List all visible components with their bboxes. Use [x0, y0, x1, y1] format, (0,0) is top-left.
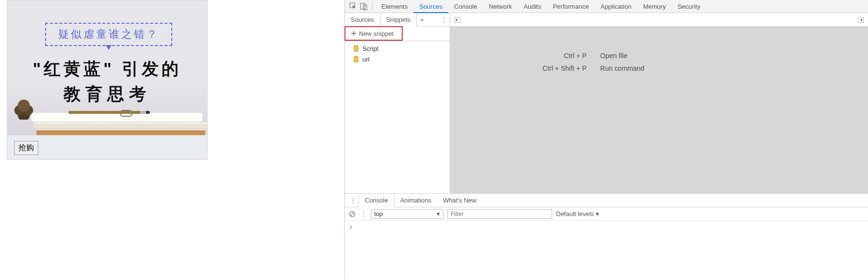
- drawer-kebab-icon[interactable]: ⋮: [348, 197, 358, 204]
- sources-side-tab-sources[interactable]: Sources: [345, 13, 380, 27]
- editor-body: Ctrl + POpen fileCtrl + Shift + PRun com…: [450, 27, 868, 193]
- console-body[interactable]: ›: [345, 221, 868, 279]
- ad-question-text: 疑似虐童谁之错？: [58, 27, 159, 42]
- ad-question-box: 疑似虐童谁之错？: [45, 23, 172, 46]
- snippet-item-label: Script: [362, 45, 378, 52]
- snippet-item[interactable]: url: [345, 54, 450, 64]
- sources-side-tab-snippets[interactable]: Snippets: [380, 13, 417, 27]
- editor-hint-label: Run command: [600, 64, 644, 72]
- ad-footer: 抢购: [7, 135, 207, 160]
- pencil-graphic: [68, 111, 150, 114]
- devtools-tab-audits[interactable]: Audits: [518, 0, 547, 13]
- devtools-main: SourcesSnippets » ⋮ New snippet Scriptur…: [345, 13, 868, 193]
- svg-rect-1: [360, 3, 365, 9]
- new-snippet-label: New snippet: [359, 30, 394, 37]
- separator: [372, 2, 373, 11]
- devtools-tab-network[interactable]: Network: [483, 0, 518, 13]
- snippet-item[interactable]: Script: [345, 43, 450, 54]
- console-filter-input[interactable]: [447, 209, 552, 219]
- editor-toolbar: [450, 13, 868, 27]
- page-content: 疑似虐童谁之错？ "红黄蓝" 引发的 教育思考 抢购: [0, 0, 344, 279]
- show-navigator-icon[interactable]: [453, 16, 462, 24]
- drawer-tab-animations[interactable]: Animations: [394, 194, 437, 207]
- sources-tabs-overflow-icon[interactable]: »: [417, 16, 426, 23]
- new-snippet-button[interactable]: New snippet: [344, 26, 403, 41]
- log-levels-selector[interactable]: Default levels ▾: [556, 210, 599, 217]
- sources-sidebar-tabs: SourcesSnippets » ⋮: [345, 13, 450, 27]
- editor-area: Ctrl + POpen fileCtrl + Shift + PRun com…: [450, 13, 868, 193]
- editor-hint-label: Open file: [600, 52, 644, 60]
- ad-headline-line1: "红黄蓝" 引发的: [7, 58, 207, 80]
- devtools-top-tabs: ElementsSourcesConsoleNetworkAuditsPerfo…: [345, 0, 868, 13]
- devtools-tab-security[interactable]: Security: [671, 0, 706, 13]
- book-stack-graphic: [7, 112, 207, 135]
- drawer-tabs: ⋮ ConsoleAnimationsWhat's New: [345, 194, 868, 207]
- separator: [363, 210, 364, 218]
- sources-sidebar: SourcesSnippets » ⋮ New snippet Scriptur…: [345, 13, 450, 193]
- console-prompt: ›: [349, 223, 353, 231]
- plus-icon: [351, 30, 356, 37]
- editor-hint-shortcut: Ctrl + Shift + P: [542, 64, 587, 72]
- console-toolbar: top ▾ Default levels ▾: [345, 207, 868, 221]
- chevron-down-icon: ▾: [437, 210, 440, 217]
- devtools-tab-sources[interactable]: Sources: [413, 0, 448, 13]
- ad-card: 疑似虐童谁之错？ "红黄蓝" 引发的 教育思考 抢购: [7, 0, 208, 160]
- ad-image: 疑似虐童谁之错？ "红黄蓝" 引发的 教育思考: [7, 0, 207, 135]
- snippet-file-icon: [353, 45, 360, 52]
- clear-console-icon[interactable]: [348, 210, 357, 218]
- snippet-item-label: url: [362, 56, 369, 63]
- snippet-list: Scripturl: [345, 41, 450, 66]
- inspect-element-icon[interactable]: [348, 1, 359, 12]
- devtools-tab-memory[interactable]: Memory: [637, 0, 671, 13]
- device-toolbar-icon[interactable]: [359, 1, 369, 12]
- editor-hint-shortcut: Ctrl + P: [542, 52, 587, 60]
- devtools-panel: ElementsSourcesConsoleNetworkAuditsPerfo…: [344, 0, 868, 279]
- devtools-tab-console[interactable]: Console: [448, 0, 483, 13]
- drawer-tab-what-s-new[interactable]: What's New: [437, 194, 482, 207]
- svg-line-6: [350, 212, 354, 216]
- chevron-down-icon: ▾: [596, 210, 599, 217]
- devtools-drawer: ⋮ ConsoleAnimationsWhat's New top ▾ Defa…: [345, 193, 868, 279]
- drawer-tab-console[interactable]: Console: [359, 194, 394, 207]
- show-debugger-icon[interactable]: [856, 16, 865, 24]
- sources-sidebar-kebab-icon[interactable]: ⋮: [441, 16, 447, 23]
- context-selector-value: top: [374, 210, 383, 217]
- snippet-file-icon: [353, 56, 360, 62]
- log-levels-label: Default levels: [556, 210, 594, 217]
- devtools-tab-application[interactable]: Application: [595, 0, 638, 13]
- ad-headline-line2: 教育思考: [7, 83, 207, 106]
- context-selector[interactable]: top ▾: [371, 209, 443, 219]
- devtools-tab-performance[interactable]: Performance: [547, 0, 594, 13]
- editor-hints: Ctrl + POpen fileCtrl + Shift + PRun com…: [542, 52, 644, 72]
- binder-clip-graphic: [120, 110, 132, 117]
- devtools-tab-elements[interactable]: Elements: [376, 0, 413, 13]
- buy-button[interactable]: 抢购: [14, 141, 38, 155]
